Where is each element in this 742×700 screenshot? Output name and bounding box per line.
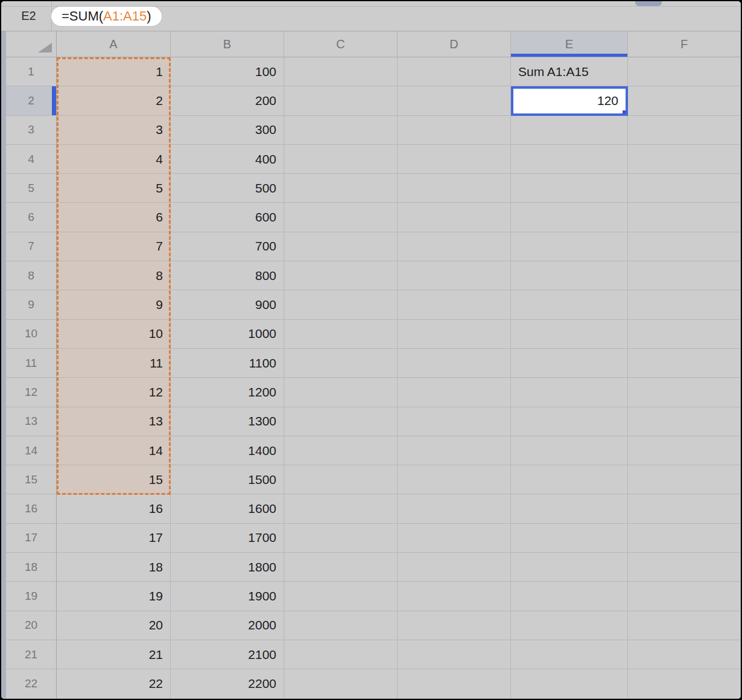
row-header-6[interactable]: 6 [6,203,57,232]
cell-B18[interactable]: 1800 [171,553,284,582]
cell-E15[interactable] [511,465,628,494]
cell-E7[interactable] [511,232,628,261]
cell-F9[interactable] [628,290,741,319]
cell-E1[interactable]: Sum A1:A15 [511,57,628,86]
cell-B10[interactable]: 1000 [171,320,284,349]
cell-D8[interactable] [398,261,511,290]
formula-input[interactable]: =SUM(A1:A15) [51,7,162,26]
cell-B7[interactable]: 700 [171,232,284,261]
cell-E19[interactable] [511,582,628,611]
cell-D22[interactable] [398,669,511,698]
cell-F14[interactable] [628,436,741,465]
row-header-14[interactable]: 14 [6,436,57,465]
cell-B17[interactable]: 1700 [171,524,284,553]
cell-F6[interactable] [628,203,741,232]
column-header-C[interactable]: C [284,31,398,57]
cell-C16[interactable] [284,494,398,523]
cell-C8[interactable] [284,261,398,290]
cell-E8[interactable] [511,261,628,290]
row-header-1[interactable]: 1 [6,57,57,86]
cell-E21[interactable] [511,640,628,669]
row-header-13[interactable]: 13 [6,407,57,436]
cell-D1[interactable] [398,57,511,86]
cell-D19[interactable] [398,582,511,611]
cell-B14[interactable]: 1400 [171,436,284,465]
cell-D5[interactable] [398,174,511,203]
cell-C2[interactable] [284,86,398,115]
cell-F10[interactable] [628,320,741,349]
cell-D17[interactable] [398,524,511,553]
cell-D12[interactable] [398,378,511,407]
cell-E5[interactable] [511,174,628,203]
cell-F2[interactable] [628,86,741,115]
cell-C3[interactable] [284,116,398,145]
cell-D18[interactable] [398,553,511,582]
cell-A22[interactable]: 22 [57,669,171,698]
cell-B11[interactable]: 1100 [171,349,284,378]
cell-E6[interactable] [511,203,628,232]
cell-C18[interactable] [284,553,398,582]
cell-E22[interactable] [511,669,628,698]
cell-F16[interactable] [628,494,741,523]
cell-A6[interactable]: 6 [57,203,171,232]
cell-C19[interactable] [284,582,398,611]
cell-B3[interactable]: 300 [171,116,284,145]
cell-F12[interactable] [628,378,741,407]
cell-A9[interactable]: 9 [57,290,171,319]
cell-A14[interactable]: 14 [57,436,171,465]
row-header-3[interactable]: 3 [6,116,57,145]
cell-E20[interactable] [511,611,628,640]
cell-D20[interactable] [398,611,511,640]
cell-F11[interactable] [628,349,741,378]
cell-D2[interactable] [398,86,511,115]
cell-F21[interactable] [628,640,741,669]
cell-B12[interactable]: 1200 [171,378,284,407]
cell-B1[interactable]: 100 [171,57,284,86]
cell-F20[interactable] [628,611,741,640]
row-header-8[interactable]: 8 [6,261,57,290]
cell-A21[interactable]: 21 [57,640,171,669]
cell-A4[interactable]: 4 [57,145,171,174]
cell-A20[interactable]: 20 [57,611,171,640]
cell-C9[interactable] [284,290,398,319]
cell-D7[interactable] [398,232,511,261]
row-header-19[interactable]: 19 [6,582,57,611]
cell-B2[interactable]: 200 [171,86,284,115]
cell-F5[interactable] [628,174,741,203]
cell-F13[interactable] [628,407,741,436]
cell-D16[interactable] [398,494,511,523]
cell-C15[interactable] [284,465,398,494]
column-header-D[interactable]: D [398,31,511,57]
cell-B15[interactable]: 1500 [171,465,284,494]
cell-F18[interactable] [628,553,741,582]
cell-B8[interactable]: 800 [171,261,284,290]
cell-D9[interactable] [398,290,511,319]
row-header-9[interactable]: 9 [6,290,57,319]
cell-D3[interactable] [398,116,511,145]
cell-C11[interactable] [284,349,398,378]
cell-D14[interactable] [398,436,511,465]
cell-E17[interactable] [511,524,628,553]
cell-A7[interactable]: 7 [57,232,171,261]
cell-A19[interactable]: 19 [57,582,171,611]
row-header-5[interactable]: 5 [6,174,57,203]
cell-B20[interactable]: 2000 [171,611,284,640]
cell-C1[interactable] [284,57,398,86]
column-header-F[interactable]: F [628,31,741,57]
cell-F7[interactable] [628,232,741,261]
cell-E4[interactable] [511,145,628,174]
cell-A13[interactable]: 13 [57,407,171,436]
cell-E11[interactable] [511,349,628,378]
cell-C6[interactable] [284,203,398,232]
cell-A18[interactable]: 18 [57,553,171,582]
cell-B16[interactable]: 1600 [171,494,284,523]
cell-F19[interactable] [628,582,741,611]
cell-A17[interactable]: 17 [57,524,171,553]
cell-E10[interactable] [511,320,628,349]
cell-A10[interactable]: 10 [57,320,171,349]
column-header-B[interactable]: B [171,31,284,57]
row-header-4[interactable]: 4 [6,145,57,174]
cell-B6[interactable]: 600 [171,203,284,232]
cell-F4[interactable] [628,145,741,174]
cell-C14[interactable] [284,436,398,465]
